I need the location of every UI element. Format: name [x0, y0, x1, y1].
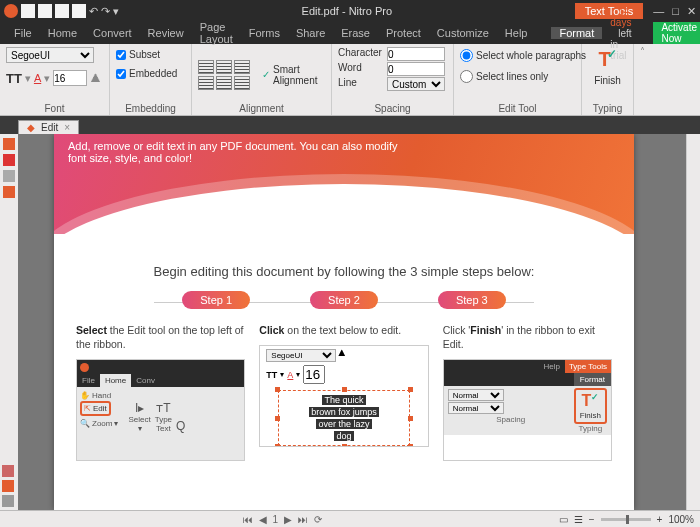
group-label-spacing: Spacing: [338, 102, 447, 114]
embedded-checkbox[interactable]: Embedded: [116, 68, 177, 79]
menu-file[interactable]: File: [6, 27, 40, 39]
sidebar-bookmarks-icon[interactable]: [3, 154, 15, 166]
sidebar-attachments-icon[interactable]: [3, 186, 15, 198]
menu-customize[interactable]: Customize: [429, 27, 497, 39]
doc-tab-label: Edit: [41, 122, 58, 133]
nav-prev-icon[interactable]: ◀: [259, 514, 267, 525]
sidebar-more-icon[interactable]: [2, 495, 14, 507]
spacing-line-select[interactable]: Custom: [387, 77, 445, 91]
whole-paragraphs-radio[interactable]: Select whole paragraphs: [460, 49, 586, 62]
nav-page-number[interactable]: 1: [273, 514, 279, 525]
thumb-finish: Help Type Tools Format Normal Normal Spa…: [443, 359, 612, 461]
col2-text: Click on the text below to edit.: [259, 323, 428, 337]
window-title: Edit.pdf - Nitro Pro: [119, 5, 575, 17]
nav-last-icon[interactable]: ⏭: [298, 514, 308, 525]
thumb-edit-text: SegoeUI ⯅ TT▾ A▾: [259, 345, 428, 447]
col1-text: Select the Edit tool on the top left of …: [76, 323, 245, 351]
qat-save-icon[interactable]: [55, 4, 69, 18]
hero-line2: font size, style, and color!: [68, 152, 620, 164]
alignment-buttons[interactable]: [198, 60, 250, 90]
font-color-icon[interactable]: A: [34, 72, 41, 84]
qat-undo-icon[interactable]: ↶: [89, 5, 98, 18]
doc-tab-icon: ◆: [27, 122, 35, 133]
sidebar-sign-icon[interactable]: [2, 480, 14, 492]
step2-pill: Step 2: [310, 291, 378, 309]
thumb-edit-highlight: ⇱Edit: [80, 401, 111, 416]
qat-redo-icon[interactable]: ↷: [101, 5, 110, 18]
spacing-character-label: Character: [338, 47, 386, 61]
font-size-stepper[interactable]: ⯅: [90, 72, 101, 84]
menu-home[interactable]: Home: [40, 27, 85, 39]
menu-help[interactable]: Help: [497, 27, 536, 39]
sidebar-layers-icon[interactable]: [3, 170, 15, 182]
menubar: File Home Convert Review Page Layout For…: [0, 22, 700, 44]
zoom-in-button[interactable]: +: [657, 514, 663, 525]
thumb-finish-highlight: T✓ Finish: [574, 388, 607, 423]
menu-erase[interactable]: Erase: [333, 27, 378, 39]
sidebar-comments-icon[interactable]: [2, 465, 14, 477]
menu-pagelayout[interactable]: Page Layout: [192, 21, 241, 45]
step1-pill: Step 1: [182, 291, 250, 309]
finish-icon[interactable]: T✓: [594, 47, 622, 71]
spacing-line-label: Line: [338, 77, 386, 91]
qat-print-icon[interactable]: [72, 4, 86, 18]
spacing-word-label: Word: [338, 62, 386, 76]
hero-banner: Add, remove or edit text in any PDF docu…: [54, 134, 634, 234]
pdf-page: Add, remove or edit text in any PDF docu…: [54, 134, 634, 510]
doc-tab-close-icon[interactable]: ×: [64, 122, 70, 133]
document-tabs: ◆ Edit ×: [0, 116, 700, 134]
zoom-value[interactable]: 100%: [668, 514, 694, 525]
hero-line1: Add, remove or edit text in any PDF docu…: [68, 140, 620, 152]
vertical-scrollbar[interactable]: [686, 134, 700, 510]
subset-checkbox[interactable]: Subset: [116, 49, 160, 60]
nav-next-icon[interactable]: ▶: [284, 514, 292, 525]
lines-only-radio[interactable]: Select lines only: [460, 70, 548, 83]
group-label-alignment: Alignment: [198, 102, 325, 114]
view-single-icon[interactable]: ▭: [559, 514, 568, 525]
qat-new-icon[interactable]: [21, 4, 35, 18]
font-size-input[interactable]: [53, 70, 87, 86]
activate-button[interactable]: Activate Now: [653, 22, 700, 44]
smart-alignment-toggle[interactable]: ✓Smart Alignment: [262, 64, 325, 86]
font-family-select[interactable]: SegoeUI: [6, 47, 94, 63]
spacing-word-input[interactable]: [387, 62, 445, 76]
collapse-ribbon-icon[interactable]: ˄: [634, 44, 650, 115]
thumb-select-edit: File Home Conv ✋Hand ⇱Edit 🔍Zoom ▾: [76, 359, 245, 461]
document-tab[interactable]: ◆ Edit ×: [18, 120, 79, 134]
ribbon: SegoeUI TT▾ A▾ ⯅ Font Subset Embedded Em…: [0, 44, 700, 116]
menu-review[interactable]: Review: [140, 27, 192, 39]
zoom-slider[interactable]: [601, 518, 651, 521]
spacing-character-input[interactable]: [387, 47, 445, 61]
begin-heading: Begin editing this document by following…: [54, 264, 634, 279]
qat-open-icon[interactable]: [38, 4, 52, 18]
menu-forms[interactable]: Forms: [241, 27, 288, 39]
left-sidebar: [0, 134, 18, 510]
menu-protect[interactable]: Protect: [378, 27, 429, 39]
text-case-icon[interactable]: TT: [6, 71, 22, 86]
group-label-edittool: Edit Tool: [460, 102, 575, 114]
menu-share[interactable]: Share: [288, 27, 333, 39]
step3-pill: Step 3: [438, 291, 506, 309]
col3-text: Click 'Finish' in the ribbon to exit Edi…: [443, 323, 612, 351]
sidebar-pages-icon[interactable]: [3, 138, 15, 150]
titlebar: ↶ ↷ ▾ Edit.pdf - Nitro Pro Text Tools — …: [0, 0, 700, 22]
zoom-out-button[interactable]: −: [589, 514, 595, 525]
finish-button[interactable]: Finish: [594, 75, 621, 86]
app-logo: [4, 4, 18, 18]
group-label-font: Font: [6, 102, 103, 114]
group-label-embedding: Embedding: [116, 102, 185, 114]
menu-convert[interactable]: Convert: [85, 27, 140, 39]
nav-refresh-icon[interactable]: ⟳: [314, 514, 322, 525]
statusbar: ⏮ ◀ 1 ▶ ⏭ ⟳ ▭ ☰ − + 100%: [0, 510, 700, 527]
group-label-typing: Typing: [588, 102, 627, 114]
menu-format[interactable]: Format: [551, 27, 602, 39]
view-continuous-icon[interactable]: ☰: [574, 514, 583, 525]
nav-first-icon[interactable]: ⏮: [243, 514, 253, 525]
document-canvas[interactable]: Add, remove or edit text in any PDF docu…: [18, 134, 686, 510]
